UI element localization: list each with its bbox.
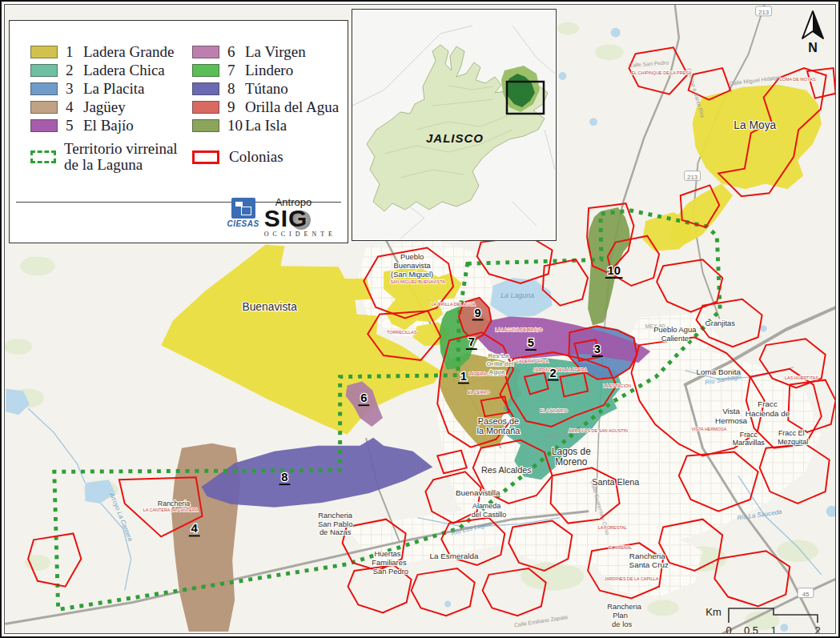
place-label: Fracc El bbox=[778, 429, 805, 437]
sig-wordmark: SIG bbox=[264, 207, 308, 230]
place-label: Vista bbox=[722, 407, 740, 415]
legend-item-label: Orilla del Agua bbox=[245, 98, 339, 116]
vegetation-patch bbox=[647, 600, 679, 616]
place-label: Orilla del bbox=[486, 360, 513, 367]
place-label: La Moya bbox=[733, 118, 776, 131]
territory-dashed-swatch bbox=[30, 150, 56, 163]
colonia-name-label: EL CALVARIO bbox=[540, 408, 568, 413]
legend-item: 7Lindero bbox=[192, 63, 339, 78]
legend-item-label: El Bajío bbox=[83, 117, 134, 134]
place-label: del Castillo bbox=[472, 511, 506, 519]
place-label: Pueblo bbox=[400, 252, 424, 261]
region-number-3: 3 bbox=[594, 343, 601, 355]
place-label: Rancheria bbox=[607, 602, 642, 611]
vegetation-patch bbox=[595, 44, 624, 60]
legend-item-label: La Virgen bbox=[245, 43, 306, 61]
colonia-name-label: ARROYOS DE SAN AGUSTIN bbox=[569, 428, 628, 433]
legend-item: 6La Virgen bbox=[192, 45, 339, 59]
place-label: Maravillas bbox=[733, 439, 766, 447]
place-label: Lagos de bbox=[552, 446, 591, 457]
occidente-wordmark: OCCIDENTE bbox=[264, 231, 336, 238]
scale-bar: Km 0 0.5 1 2 bbox=[699, 602, 836, 634]
legend-swatch bbox=[192, 46, 219, 58]
place-label: Plan bbox=[613, 611, 628, 620]
place-label: Pueblo Agua bbox=[653, 325, 697, 334]
colonia-name-label: LA FORESTAL bbox=[598, 525, 627, 530]
place-label: Caliente bbox=[661, 334, 689, 343]
legend-item: 4Jagüey bbox=[30, 100, 192, 114]
place-label: Granjitas bbox=[705, 319, 735, 327]
colonia-name-label: SAN MIGUEL BUENAVISTA bbox=[390, 279, 445, 284]
legend-item-number: 2 bbox=[66, 62, 83, 79]
place-label: Rancheria bbox=[629, 552, 666, 560]
legend-item-number: 4 bbox=[66, 98, 83, 116]
legend-item-label: Ladera Chica bbox=[83, 62, 165, 79]
place-label: Buenavista bbox=[242, 300, 297, 313]
place-label: Fracc bbox=[758, 399, 778, 408]
scale-bar-bracket bbox=[729, 608, 818, 623]
colonia-name-label: EL CERRO bbox=[468, 390, 490, 395]
region-number-1: 1 bbox=[460, 370, 467, 383]
legend-item-label: La Placita bbox=[83, 80, 145, 98]
colonia-name-label: LA CANTERA LA CANTERA bbox=[143, 508, 199, 512]
place-label: Hermosa bbox=[715, 416, 748, 425]
colonia-name-label: LA ESTACION bbox=[603, 383, 631, 388]
legend-item-label: Ladera Grande bbox=[83, 43, 174, 61]
place-label: Familiares bbox=[372, 558, 407, 567]
legend-swatch bbox=[30, 46, 58, 58]
place-label: de Nazas bbox=[320, 528, 352, 536]
legend-swatch bbox=[192, 82, 219, 95]
colonias-label: Colonias bbox=[229, 148, 283, 166]
place-label: La Esmeralda bbox=[430, 552, 479, 560]
legend-territory-item: Territorio virreinal de la Laguna bbox=[30, 141, 192, 173]
place-label: de los bbox=[612, 620, 632, 628]
territory-label-line2: de la Laguna bbox=[64, 156, 143, 173]
legend-colonias-item: Colonias bbox=[192, 141, 283, 173]
legend-item: 5El Bajío bbox=[30, 118, 192, 133]
region-number-8: 8 bbox=[281, 471, 287, 484]
legend-panel: 1Ladera Grande 2Ladera Chica 3La Placita… bbox=[9, 20, 348, 243]
jalisco-state-label: JALISCO bbox=[426, 131, 484, 145]
legend-swatch bbox=[192, 119, 219, 132]
colonia-name-label: LADERA CHICA bbox=[516, 359, 549, 363]
legend-item-label: Tútano bbox=[245, 80, 288, 98]
antroposig-logo: CIESAS Antropo SIG OCCIDENTE bbox=[227, 198, 336, 238]
legend-item-number: 5 bbox=[66, 117, 83, 134]
vegetation-patch bbox=[777, 540, 818, 562]
sig-text: SIG bbox=[264, 205, 308, 231]
legend-item-number: 1 bbox=[66, 43, 83, 61]
jalisco-inset-map: JALISCO bbox=[352, 10, 555, 239]
region-number-6: 6 bbox=[360, 391, 367, 404]
legend-item-number: 9 bbox=[227, 98, 245, 116]
pond bbox=[589, 118, 597, 126]
scale-tick-2: 2 bbox=[814, 624, 820, 634]
place-label: (San Miguel) bbox=[391, 270, 433, 279]
pond bbox=[761, 325, 767, 331]
colonia-name-label: LOMA DE MOYAS bbox=[780, 77, 816, 82]
legend-swatch bbox=[30, 82, 58, 95]
ejido-area-la-moya bbox=[693, 85, 822, 190]
place-label: Paseos de bbox=[478, 416, 519, 426]
colonia-name-label: TORRECILLAS bbox=[387, 330, 417, 335]
colonias-outline-swatch bbox=[192, 150, 219, 164]
region-number-7: 7 bbox=[468, 335, 475, 348]
place-label: Hacienda de bbox=[746, 409, 790, 418]
place-label: Santa Cruz bbox=[629, 560, 669, 569]
region-number-9: 9 bbox=[475, 307, 481, 319]
region-number-2: 2 bbox=[549, 367, 556, 379]
vegetation-patch bbox=[557, 22, 580, 35]
place-label: Mezquital bbox=[778, 438, 808, 446]
place-label: Huertas bbox=[375, 549, 401, 558]
region-number-4: 4 bbox=[191, 522, 199, 535]
map-figure: 21321345Calle San PedroCalle Miguel Hida… bbox=[0, 0, 840, 638]
place-label: Rancheria bbox=[318, 511, 353, 520]
scale-tick-0: 0 bbox=[725, 624, 731, 634]
legend-item-number: 3 bbox=[66, 80, 83, 98]
legend-swatch bbox=[30, 64, 58, 77]
legend-item-label: Lindero bbox=[245, 62, 293, 79]
territory-label: Territorio virreinal de la Laguna bbox=[64, 141, 178, 173]
place-label: Fracc bbox=[740, 431, 758, 439]
legend-swatch bbox=[192, 64, 219, 77]
place-label: Res Alcaldes bbox=[481, 465, 532, 475]
map-frame: 21321345Calle San PedroCalle Miguel Hida… bbox=[4, 4, 836, 634]
